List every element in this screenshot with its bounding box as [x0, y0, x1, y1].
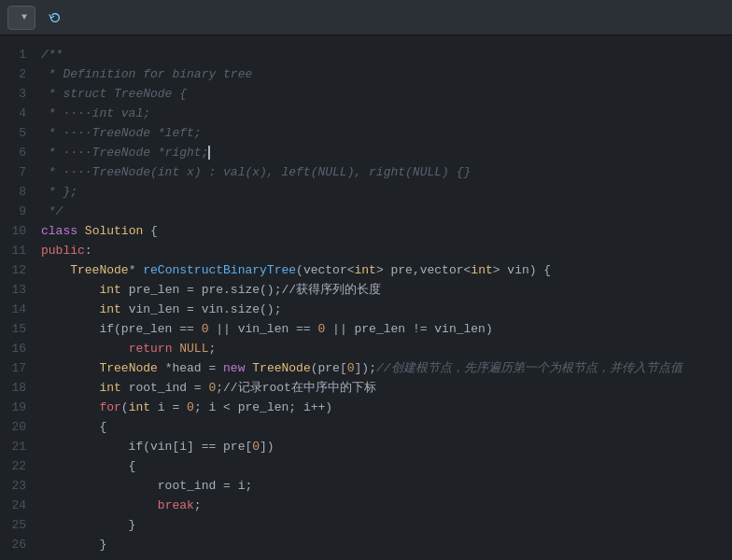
code-line: {	[41, 456, 725, 476]
code-line: {	[41, 417, 725, 437]
code-line: int root_ind = 0;//记录root在中序中的下标	[41, 378, 725, 398]
code-line: break;	[41, 496, 725, 515]
code-line: for(int i = 0; i < pre_len; i++)	[41, 398, 725, 417]
code-line: if(vin[i] == pre[0])	[41, 437, 725, 456]
code-line: /**	[41, 45, 725, 64]
code-line: * ····int val;	[41, 104, 725, 123]
code-line: int vin_len = vin.size();	[41, 300, 725, 319]
reset-icon	[49, 11, 62, 24]
toolbar: ▼	[0, 0, 732, 35]
lang-selector[interactable]: ▼	[7, 6, 35, 30]
code-line: * };	[41, 182, 725, 202]
code-line: TreeNode *head = new TreeNode(pre[0]);//…	[41, 358, 725, 378]
code-line: * ····TreeNode *left;	[41, 123, 725, 143]
code-line: * struct TreeNode {	[41, 84, 725, 104]
code-line: int pre_len = pre.size();//获得序列的长度	[41, 280, 725, 300]
code-line: }	[41, 535, 725, 554]
code-line: return NULL;	[41, 339, 725, 358]
code-line: }	[41, 515, 725, 535]
code-line: root_ind = i;	[41, 476, 725, 496]
chevron-down-icon: ▼	[21, 12, 27, 22]
code-line: * ····TreeNode(int x) : val(x), left(NUL…	[41, 162, 725, 182]
code-line: if(pre_len == 0 || vin_len == 0 || pre_l…	[41, 319, 725, 339]
code-content[interactable]: /** * Definition for binary tree * struc…	[30, 35, 732, 560]
line-numbers: 1234567891011121314151617181920212223242…	[0, 35, 30, 560]
code-line: TreeNode* reConstructBinaryTree(vector<i…	[41, 260, 725, 280]
code-line: public:	[41, 241, 725, 260]
code-area[interactable]: 1234567891011121314151617181920212223242…	[0, 35, 732, 560]
code-line: * ····TreeNode *right;​	[41, 143, 725, 162]
code-line: class Solution {	[41, 221, 725, 241]
reset-button[interactable]	[43, 7, 71, 28]
code-line: * Definition for binary tree	[41, 64, 725, 84]
code-line: */	[41, 202, 725, 221]
